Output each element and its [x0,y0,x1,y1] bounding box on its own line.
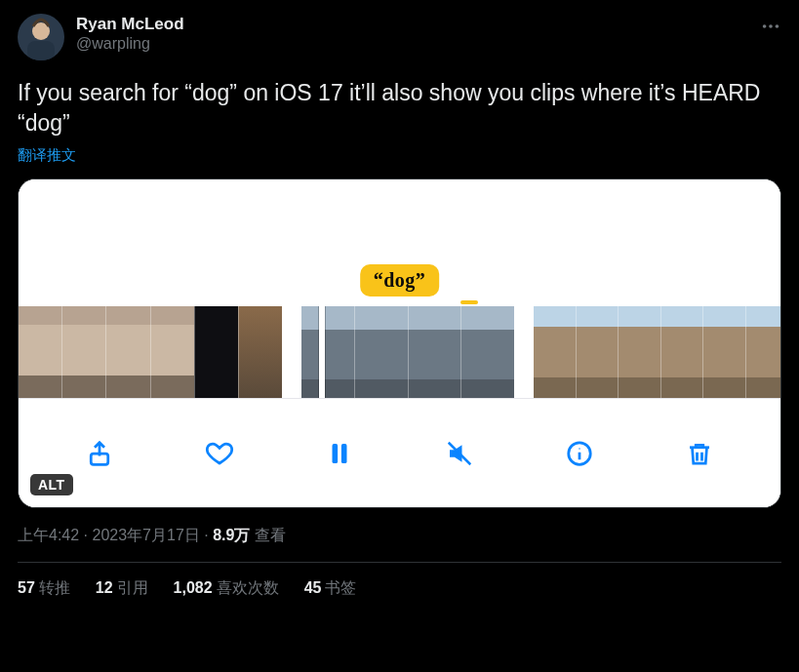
more-menu-button[interactable] [760,16,781,41]
author-block[interactable]: Ryan McLeod @warpling [76,14,184,54]
svg-rect-7 [333,444,339,463]
alt-badge[interactable]: ALT [30,474,73,495]
bookmarks-stat[interactable]: 45书签 [304,578,357,599]
svg-rect-8 [341,444,347,463]
info-icon [565,439,594,468]
caption-bubble: “dog” [360,264,440,296]
playhead[interactable] [319,306,325,398]
media-attachment[interactable]: “dog” [18,178,781,508]
share-icon [85,439,114,468]
tweet-container: Ryan McLeod @warpling If you search for … [0,0,799,599]
like-button[interactable] [203,437,236,470]
svg-point-5 [776,24,779,28]
tweet-meta: 上午4:42 · 2023年7月17日 · 8.9万 查看 [18,526,781,546]
svg-point-12 [579,448,580,450]
video-timeline-strip[interactable] [19,306,780,398]
views-count: 8.9万 [213,527,250,543]
pause-icon [325,439,354,468]
tweet-text: If you search for “dog” on iOS 17 it’ll … [18,78,781,138]
retweets-stat[interactable]: 57转推 [18,578,70,599]
svg-point-4 [769,24,773,28]
avatar[interactable] [18,14,64,60]
share-button[interactable] [83,437,116,470]
clip-thumbnail-group[interactable] [19,306,282,398]
pause-button[interactable] [323,437,356,470]
clip-thumbnail-group[interactable] [301,306,514,398]
mute-slash-icon [445,439,474,468]
display-name: Ryan McLeod [76,14,184,34]
info-button[interactable] [563,437,596,470]
trash-icon [685,439,714,468]
likes-stat[interactable]: 1,082喜欢次数 [174,578,279,599]
tweet-time[interactable]: 上午4:42 [18,527,79,543]
clip-thumbnail-group[interactable] [534,306,780,398]
player-toolbar [19,398,780,507]
media-top-area: “dog” [19,179,780,306]
svg-rect-2 [27,41,55,60]
tweet-header: Ryan McLeod @warpling [18,14,781,60]
tweet-stats-row: 57转推 12引用 1,082喜欢次数 45书签 [18,563,781,599]
handle: @warpling [76,34,184,54]
caption-pointer [460,300,478,304]
mute-button[interactable] [443,437,476,470]
views-label: 查看 [250,527,285,543]
delete-button[interactable] [683,437,716,470]
quotes-stat[interactable]: 12引用 [96,578,148,599]
translate-link[interactable]: 翻译推文 [18,146,76,165]
heart-icon [205,439,234,468]
svg-point-3 [763,24,767,28]
tweet-date[interactable]: 2023年7月17日 [92,527,199,543]
